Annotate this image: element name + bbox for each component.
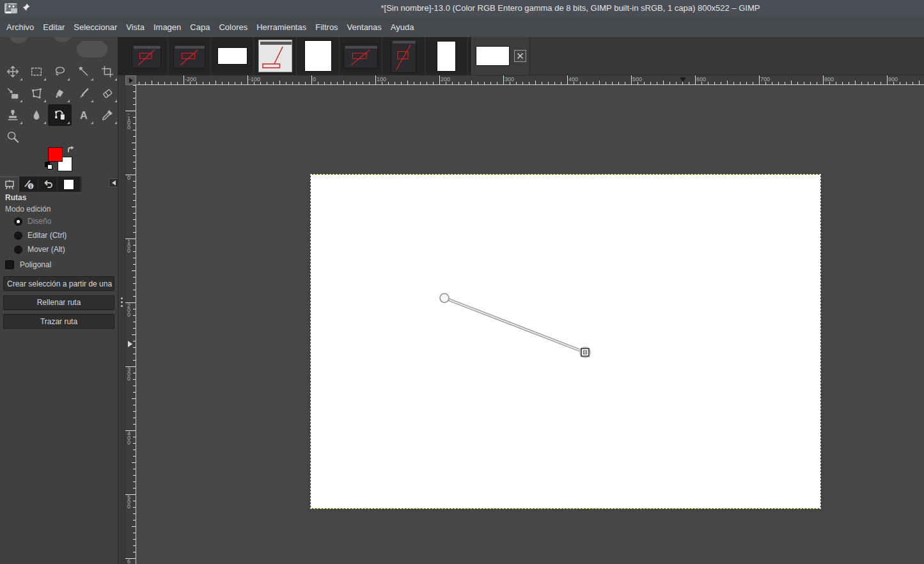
image-tab-thumbnail — [173, 44, 205, 68]
pointer-position-marker-vertical — [128, 341, 132, 347]
dock-tab-menu-button[interactable] — [109, 178, 118, 187]
dock-tab-device-status[interactable]: i — [19, 176, 38, 192]
image-tab[interactable] — [340, 37, 382, 75]
tool-color-picker[interactable] — [95, 104, 119, 126]
polygonal-label: Poligonal — [20, 260, 51, 269]
menu-item-ventanas[interactable]: Ventanas — [343, 18, 386, 36]
color-picker-icon — [100, 108, 114, 122]
rellenar-ruta-button[interactable]: Rellenar ruta — [3, 295, 114, 310]
ruler-label: 600 — [127, 560, 130, 564]
path-anchor-end-selected[interactable] — [580, 347, 591, 358]
bucket-fill-icon — [53, 86, 67, 100]
tool-text[interactable]: A — [72, 104, 95, 126]
tool-eraser[interactable] — [95, 82, 119, 104]
dock-tab-image[interactable] — [58, 176, 81, 192]
tool-group-arrow-icon — [20, 78, 22, 81]
menu-item-filtros[interactable]: Filtros — [311, 18, 342, 36]
menu-item-herramientas[interactable]: Herramientas — [252, 18, 311, 36]
tool-align[interactable] — [1, 82, 24, 104]
image-tab-thumbnail — [304, 40, 332, 72]
foreground-color-swatch[interactable] — [48, 147, 63, 162]
trazar-ruta-button[interactable]: Trazar ruta — [3, 314, 114, 329]
svg-text:A: A — [80, 109, 88, 121]
crear-seleccion-button[interactable]: Crear selección a partir de una ruta — [3, 276, 114, 291]
mode-label: Editar (Ctrl) — [27, 231, 67, 240]
crop-icon — [100, 65, 114, 79]
toolbox-dock: A i Rutas Modo edición DiseñoEditar (Ctr… — [0, 37, 118, 564]
ruler-label: 400 — [127, 432, 130, 445]
radio-icon[interactable] — [14, 217, 22, 226]
move-icon — [6, 65, 20, 79]
ruler-label: 300 — [127, 368, 130, 381]
dock-tab-tool-options[interactable] — [0, 176, 19, 192]
window-title: *[Sin nombre]-13.0 (Color RGB Entero gam… — [381, 3, 760, 13]
image-tab[interactable] — [382, 37, 425, 75]
image-tab-strip — [118, 37, 924, 75]
image-tab[interactable] — [297, 37, 340, 75]
image-tab-active[interactable] — [471, 37, 530, 75]
image-tab-thumbnail — [132, 44, 161, 68]
menu-item-archivo[interactable]: Archivo — [2, 18, 38, 36]
image-tab[interactable] — [425, 37, 468, 75]
menu-item-colores[interactable]: Colores — [214, 18, 252, 36]
menu-item-vista[interactable]: Vista — [121, 18, 149, 36]
image-tab-thumbnail — [437, 41, 456, 72]
color-selector — [0, 145, 118, 178]
zoom-icon — [6, 130, 20, 144]
tool-clone[interactable] — [1, 104, 24, 126]
polygonal-checkbox[interactable] — [5, 260, 14, 269]
image-tab[interactable] — [254, 37, 297, 75]
tool-crop[interactable] — [95, 61, 119, 82]
tool-bucket-fill[interactable] — [48, 82, 72, 104]
path-overlay — [310, 174, 821, 509]
ruler-label: -200 — [185, 76, 196, 82]
mode-radio-editar-ctrl[interactable]: Editar (Ctrl) — [14, 231, 67, 240]
tool-move[interactable] — [1, 61, 24, 82]
wilber-decoration — [0, 37, 118, 61]
tool-paintbrush[interactable] — [72, 82, 95, 104]
radio-icon[interactable] — [14, 246, 22, 254]
swap-colors-icon[interactable] — [67, 145, 76, 155]
menu-item-capa[interactable]: Capa — [185, 18, 214, 36]
image-tab[interactable] — [125, 37, 168, 75]
mode-label: Mover (Alt) — [27, 245, 65, 254]
default-colors-icon[interactable] — [45, 162, 53, 170]
mode-radio-mover-alt[interactable]: Mover (Alt) — [14, 245, 65, 254]
radio-icon[interactable] — [14, 231, 22, 240]
horizontal-ruler[interactable]: -200-1000100200300400500600700800900 — [136, 75, 924, 85]
menu-item-imagen[interactable]: Imagen — [149, 18, 185, 36]
image-tab[interactable] — [211, 37, 254, 75]
pin-icon[interactable] — [20, 3, 31, 13]
tool-fuzzy-select[interactable] — [72, 61, 95, 82]
close-icon[interactable] — [514, 50, 526, 62]
tool-group-arrow-icon — [67, 121, 70, 124]
vertical-ruler[interactable]: -1000100200300400500600700 — [125, 85, 136, 564]
tool-group-arrow-icon — [91, 78, 93, 81]
tool-paths[interactable] — [48, 104, 72, 126]
image-tab-thumbnail — [476, 46, 510, 66]
tool-rectangle-select[interactable] — [24, 61, 48, 82]
ruler-label: 200 — [127, 304, 130, 317]
menu-item-seleccionar[interactable]: Seleccionar — [69, 18, 121, 36]
tool-group-arrow-icon — [43, 100, 46, 102]
tool-smudge[interactable] — [24, 104, 48, 126]
tool-group-arrow-icon — [67, 78, 70, 81]
image-tab-thumbnail — [217, 47, 247, 65]
menu-item-editar[interactable]: Editar — [38, 18, 69, 36]
easel-icon — [4, 179, 15, 191]
tool-handle-transform[interactable] — [24, 82, 48, 104]
image-menu-button[interactable] — [125, 75, 136, 85]
tool-options-panel: Rutas Modo edición DiseñoEditar (Ctrl)Mo… — [0, 192, 118, 564]
image-tab[interactable] — [168, 37, 211, 75]
right-triangle-icon — [129, 78, 133, 83]
tool-grid: A — [1, 61, 119, 148]
dock-splitter[interactable] — [118, 75, 125, 564]
polygonal-checkbox-row[interactable]: Poligonal — [5, 260, 51, 269]
tool-free-select[interactable] — [48, 61, 72, 82]
path-anchor-start[interactable] — [440, 294, 449, 302]
dock-tab-undo-history[interactable] — [38, 176, 58, 192]
menu-item-ayuda[interactable]: Ayuda — [386, 18, 419, 36]
pointer-position-marker-horizontal — [680, 77, 686, 82]
mode-radio-diseno[interactable]: Diseño — [14, 217, 51, 226]
ruler-label: -100 — [127, 112, 130, 130]
